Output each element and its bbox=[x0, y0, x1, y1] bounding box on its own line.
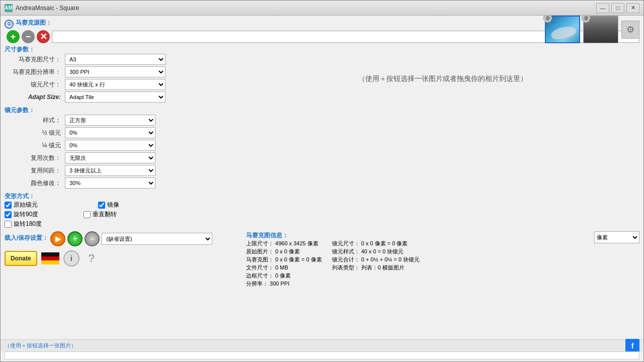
mosaic-size-row: 马赛克图尺寸： A3 bbox=[5, 54, 236, 65]
tile-size-info-row: 镶元尺寸： 0 x 0 像素 = 0 像素 bbox=[332, 240, 420, 247]
load-settings-button[interactable]: ▶ bbox=[50, 231, 65, 246]
file-size-row: 文件尺寸： 0 MB bbox=[246, 264, 322, 272]
rotate90-checkbox-item: 旋转90度 bbox=[5, 210, 38, 219]
rotate180-label: 旋转180度 bbox=[14, 220, 42, 228]
thumbnail-1[interactable]: ② bbox=[545, 16, 580, 43]
quarter-tile-label: ¼ 镶元 bbox=[5, 141, 65, 150]
transform-row2: 旋转90度 垂直翻转 bbox=[5, 210, 639, 219]
remove-source-button[interactable]: − bbox=[22, 30, 35, 43]
center-hint: （使用＋按钮选择一张图片或者拖曳你的相片到这里） bbox=[246, 54, 639, 104]
quarter-tile-select[interactable]: 0% bbox=[65, 140, 155, 151]
style-select[interactable]: 正方形 bbox=[65, 115, 155, 126]
tile-size-select[interactable]: 40 块镶元 x 行 bbox=[65, 79, 166, 90]
tile-size-label: 镶元尺寸： bbox=[5, 80, 65, 89]
flip-checkbox-item: 垂直翻转 bbox=[84, 210, 117, 219]
list-type-row: 列表类型： 列表：0 横版图片 bbox=[332, 264, 420, 272]
transform-row1: 原始镶元 镜像 bbox=[5, 201, 639, 209]
resolution-info-value: 300 PPI bbox=[270, 281, 289, 287]
titlebar: AM AndreaMosaic - Square — □ ✕ bbox=[1, 1, 643, 16]
file-size-label: 文件尺寸： bbox=[246, 264, 274, 270]
original-tile-checkbox[interactable] bbox=[5, 202, 12, 209]
tools-button[interactable]: ⚙ bbox=[621, 21, 639, 39]
info-col-left: 上限尺寸： 4960 x 3425 像素 原始图片： 0 x 0 像素 马赛克图… bbox=[246, 240, 322, 288]
question-icon: ? bbox=[89, 252, 95, 265]
bottom-buttons: Donate i ? bbox=[5, 248, 236, 268]
mirror-label: 镜像 bbox=[107, 201, 119, 209]
size-params-label: 尺寸参数： bbox=[5, 46, 35, 53]
original-label: 原始图片： bbox=[246, 248, 274, 254]
border-row: 边框尺寸： 0 像素 bbox=[246, 272, 322, 280]
size-params-section: 尺寸参数： 马赛克图尺寸： A3 马赛克图分辨率： 300 PPI bbox=[5, 45, 639, 104]
step-number: ① bbox=[5, 20, 14, 29]
reuse-gap-row: 复用间距： 3 块镶元以上 bbox=[5, 165, 236, 176]
thumbnail-2[interactable]: ③ bbox=[583, 16, 618, 43]
reuse-gap-select[interactable]: 3 块镶元以上 bbox=[65, 165, 155, 176]
adapt-size-label: Adapt Size: bbox=[5, 94, 65, 101]
half-tile-select[interactable]: 0% bbox=[65, 127, 155, 138]
source-section: ① 马赛克源图： + − ✕ bbox=[5, 19, 639, 43]
resolution-info-label: 分辨率： bbox=[246, 281, 268, 287]
rotate180-checkbox[interactable] bbox=[5, 221, 12, 228]
status-text: （使用＋按钮选择一张图片） bbox=[5, 342, 76, 349]
transform-row3: 旋转180度 bbox=[5, 220, 639, 228]
reuse-select[interactable]: 无限次 bbox=[65, 152, 155, 163]
close-button[interactable]: ✕ bbox=[626, 3, 639, 13]
main-content: ② ③ ⚙ ① 马赛克源图： + − ✕ bbox=[1, 16, 643, 339]
mosaic-size-select[interactable]: A3 bbox=[65, 54, 166, 65]
add-source-button[interactable]: + bbox=[7, 30, 20, 43]
resolution-row: 马赛克图分辨率： 300 PPI bbox=[5, 66, 236, 77]
resolution-info-row: 分辨率： 300 PPI bbox=[246, 280, 322, 288]
original-tile-checkbox-item: 原始镶元 bbox=[5, 201, 38, 209]
half-tile-row: ½ 镶元 0% bbox=[5, 127, 236, 138]
units-select[interactable]: 像素 bbox=[594, 231, 639, 243]
remove-settings-button[interactable]: − bbox=[85, 231, 100, 246]
close-source-button[interactable]: ✕ bbox=[37, 30, 50, 43]
thumbnails-area: ② ③ ⚙ bbox=[545, 16, 639, 43]
tile-size-row: 镶元尺寸： 40 块镶元 x 行 bbox=[5, 79, 236, 90]
source-controls: + − ✕ bbox=[5, 30, 639, 43]
tile-params-content: 样式： 正方形 ½ 镶元 0% ¼ 镶元 0% bbox=[5, 115, 236, 189]
mirror-checkbox[interactable] bbox=[98, 202, 105, 209]
app-icon: AM bbox=[5, 4, 13, 12]
tile-params-label: 镶元参数： bbox=[5, 107, 35, 114]
add-settings-button[interactable]: + bbox=[67, 231, 83, 246]
color-adjust-select[interactable]: 30% bbox=[65, 177, 155, 189]
resolution-select[interactable]: 300 PPI bbox=[65, 66, 166, 77]
tile-style-label: 镶元样式： bbox=[332, 248, 360, 254]
info-button[interactable]: i bbox=[63, 250, 79, 266]
original-row: 原始图片： 0 x 0 像素 bbox=[246, 248, 322, 255]
titlebar-buttons: — □ ✕ bbox=[596, 3, 639, 13]
reuse-gap-label: 复用间距： bbox=[5, 166, 65, 175]
german-flag[interactable] bbox=[41, 252, 59, 264]
original-tile-label: 原始镶元 bbox=[14, 201, 38, 209]
help-button[interactable]: ? bbox=[84, 250, 100, 266]
tile-total-value: 0 + 0½ + 0¼ = 0 块镶元 bbox=[361, 256, 420, 262]
list-type-value: 列表：0 横版图片 bbox=[361, 264, 405, 270]
tile-size-info-label: 镶元尺寸： bbox=[332, 240, 360, 246]
maximize-button[interactable]: □ bbox=[611, 3, 624, 13]
mosaic-label: 马赛克图： bbox=[246, 256, 274, 262]
adapt-size-select[interactable]: Adapt Tile bbox=[65, 92, 166, 103]
upper-limit-row: 上限尺寸： 4960 x 3425 像素 bbox=[246, 240, 322, 247]
color-adjust-row: 颜色修改： 30% bbox=[5, 177, 236, 189]
rotate90-checkbox[interactable] bbox=[5, 211, 12, 218]
info-grid: 上限尺寸： 4960 x 3425 像素 原始图片： 0 x 0 像素 马赛克图… bbox=[246, 240, 584, 288]
progress-bar bbox=[5, 351, 639, 359]
upper-limit-label: 上限尺寸： bbox=[246, 240, 274, 246]
half-tile-label: ½ 镶元 bbox=[5, 129, 65, 137]
facebook-button[interactable]: f bbox=[625, 339, 639, 353]
original-value: 0 x 0 像素 bbox=[275, 248, 300, 254]
file-size-value: 0 MB bbox=[275, 264, 288, 270]
border-label: 边框尺寸： bbox=[246, 273, 274, 279]
facebook-icon: f bbox=[631, 342, 634, 350]
settings-dropdown[interactable]: (缺省设置) bbox=[102, 233, 212, 245]
tile-size-info-value: 0 x 0 像素 = 0 像素 bbox=[361, 240, 408, 246]
minimize-button[interactable]: — bbox=[596, 3, 609, 13]
flip-checkbox[interactable] bbox=[84, 211, 91, 218]
donate-button[interactable]: Donate bbox=[5, 251, 37, 266]
resolution-label: 马赛克图分辨率： bbox=[5, 68, 65, 76]
mosaic-row: 马赛克图： 0 x 0 像素 = 0 像素 bbox=[246, 256, 322, 263]
upper-limit-value: 4960 x 3425 像素 bbox=[275, 240, 318, 246]
rotate90-label: 旋转90度 bbox=[14, 210, 38, 219]
info-section: 马赛克图信息： 上限尺寸： 4960 x 3425 像素 原始图片： 0 x 0… bbox=[246, 231, 584, 288]
